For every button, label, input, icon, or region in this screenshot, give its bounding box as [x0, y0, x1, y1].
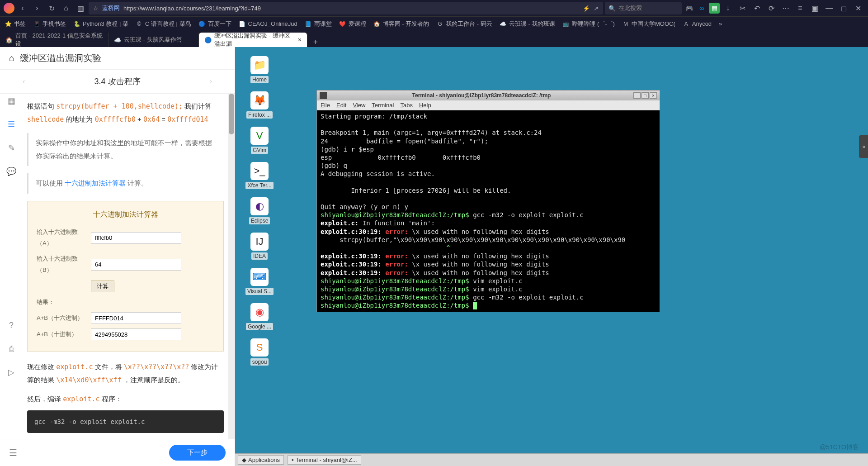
download-icon[interactable]: ↓ [722, 2, 734, 14]
desktop-icon[interactable]: VGVim [244, 127, 275, 154]
new-tab-button[interactable]: + [307, 38, 324, 47]
bookmark-label: Python3 教程 | 菜 [83, 20, 128, 28]
sidebar-toggle[interactable]: ▥ [74, 2, 87, 14]
tab[interactable]: ☁️云班课 - 头脑风暴作答 [108, 33, 199, 47]
app-icon: >_ [250, 162, 269, 180]
avatar[interactable] [4, 3, 14, 14]
bookmark-item[interactable]: 🐍Python3 教程 | 菜 [73, 20, 128, 28]
taskbar-terminal[interactable]: ▪ Terminal - shiyanl@iZ... [288, 455, 361, 465]
bookmark-item[interactable]: 📱手机书签 [33, 20, 66, 28]
terminal-titlebar[interactable]: Terminal - shiyanlou@iZbp1iyr83m78dteaac… [317, 90, 660, 100]
terminal-menu-item[interactable]: Tabs [400, 102, 412, 109]
save-icon[interactable]: ⎙ [6, 343, 17, 354]
ext-icon-2[interactable]: ∞ [696, 3, 707, 14]
bookmark-item[interactable]: 🔵百度一下 [198, 20, 231, 28]
share-icon[interactable]: ↗ [594, 5, 599, 12]
terminal-title: Terminal - shiyanlou@iZbp1iyr83m78dteaac… [330, 92, 633, 99]
url-bar[interactable]: ☆ 蓝桥网 https://www.lanqiao.cn/courses/231… [89, 2, 603, 14]
bookmark-icon: G [436, 20, 443, 28]
minimize-button[interactable]: — [823, 2, 835, 14]
desktop-icon[interactable]: 📁Home [244, 56, 275, 83]
prev-section-button[interactable]: ‹ [23, 77, 25, 86]
desktop-icon[interactable]: Ssogou [244, 338, 275, 366]
home-icon[interactable]: ⌂ [9, 53, 14, 63]
list-icon[interactable]: ☰ [6, 119, 17, 130]
ext-icon-1[interactable]: 🎮 [684, 3, 694, 14]
next-button[interactable]: 下一步 [169, 445, 226, 461]
toc-icon[interactable]: ☰ [9, 447, 17, 458]
bookmark-item[interactable]: G我的工作台 - 码云 [436, 20, 492, 28]
calc-label-a: 输入十六进制数（A） [37, 227, 86, 249]
bookmark-item[interactable]: ©C 语言教程 | 菜鸟 [136, 20, 191, 28]
desktop-icon[interactable]: ◐Eclipse [244, 197, 275, 224]
pencil-icon[interactable]: ✎ [6, 143, 17, 153]
bookmark-item[interactable]: 📄CEAOJ_OnlineJud [239, 20, 297, 28]
calc-input-b[interactable] [91, 259, 181, 271]
more-icon[interactable]: ⋯ [779, 2, 792, 14]
applications-menu[interactable]: ◆ Applications [238, 455, 284, 465]
home-button[interactable]: ⌂ [60, 2, 72, 14]
app-label: Eclipse [249, 217, 270, 224]
calc-output-hex[interactable] [91, 312, 181, 324]
code-block: gcc -m32 -o exploit exploit.c [27, 410, 224, 433]
bookmark-item[interactable]: ❤️爱课程 [339, 20, 366, 28]
content-area: ⌂ 缓冲区溢出漏洞实验 ‹ 3.4 攻击程序 › ▦ ☰ ✎ 💬 ? ⎙ ▷ 根… [0, 47, 868, 466]
remote-desktop[interactable]: 📁Home🦊Firefox ...VGVim>_Xfce Ter...◐Ecli… [235, 47, 868, 466]
terminal-menu-item[interactable]: File [321, 102, 330, 109]
desktop-icon[interactable]: ◉Google ... [244, 303, 275, 330]
next-section-button[interactable]: › [210, 77, 212, 86]
section-title: 3.4 攻击程序 [94, 76, 140, 87]
terminal-content[interactable]: Starting program: /tmp/stack Breakpoint … [317, 110, 660, 312]
terminal-menu-item[interactable]: Terminal [372, 102, 394, 109]
run-icon[interactable]: ▷ [6, 367, 17, 378]
calc-input-a[interactable] [91, 232, 181, 244]
forward-button[interactable]: › [31, 2, 43, 14]
bookmark-item[interactable]: 🏠博客园 - 开发者的 [373, 20, 429, 28]
maximize-button[interactable]: ◻ [837, 2, 850, 14]
scrollbar-thumb[interactable] [229, 94, 234, 134]
bookmarks-overflow[interactable]: » [719, 20, 722, 27]
reload-button[interactable]: ↻ [45, 2, 58, 14]
calc-output-dec[interactable] [91, 328, 181, 340]
scrollbar[interactable] [228, 94, 235, 439]
term-minimize-button[interactable]: _ [633, 92, 641, 99]
terminal-menu-item[interactable]: Edit [336, 102, 346, 109]
bookmark-item[interactable]: ⭐书签 [5, 20, 26, 28]
search-bar[interactable]: 🔍 在此搜索 [605, 2, 682, 14]
bookmark-label: CEAOJ_OnlineJud [248, 20, 297, 27]
tab[interactable]: 🏠首页 - 2021-2022-1 信息安全系统设 [0, 33, 108, 47]
term-close-button[interactable]: × [650, 92, 657, 99]
terminal-menu-item[interactable]: View [353, 102, 365, 109]
tab-close-button[interactable]: × [298, 36, 302, 43]
panel-collapse-handle[interactable]: « [859, 135, 868, 158]
calc-button[interactable]: 计算 [91, 281, 114, 292]
terminal-menu-item[interactable]: Help [419, 102, 431, 109]
bookmark-item[interactable]: M中国大学MOOC( [622, 20, 675, 28]
terminal-window[interactable]: Terminal - shiyanlou@iZbp1iyr83m78dteaac… [316, 90, 660, 312]
chat-icon[interactable]: 💬 [6, 166, 17, 177]
desktop-icon[interactable]: 🦊Firefox ... [244, 91, 275, 119]
recent-icon[interactable]: ⟳ [765, 2, 778, 14]
desktop-icon[interactable]: ⌨Visual S... [244, 268, 275, 295]
bolt-icon[interactable]: ⚡ [583, 5, 590, 12]
bookmark-item[interactable]: 📺哔哩哔哩 (゜-゜) [562, 20, 615, 28]
bookmark-item[interactable]: ☁️云班课 - 我的班课 [500, 20, 556, 28]
desktop-icon[interactable]: >_Xfce Ter... [244, 162, 275, 189]
bookmark-item[interactable]: AAnycod [683, 20, 712, 28]
devtools-icon[interactable]: ▣ [808, 2, 821, 14]
bookmark-label: 爱课程 [349, 20, 366, 28]
calc-link[interactable]: 十六进制加法计算器 [65, 179, 126, 187]
term-maximize-button[interactable]: □ [642, 92, 649, 99]
menu-icon[interactable]: ≡ [794, 2, 807, 14]
grid-icon[interactable]: ▦ [6, 95, 17, 106]
close-window-button[interactable]: ✕ [852, 2, 864, 14]
help-icon[interactable]: ? [6, 320, 17, 331]
ext-icon-3[interactable]: ▦ [709, 3, 720, 14]
undo-icon[interactable]: ↶ [750, 2, 763, 14]
app-icon: 🦊 [250, 91, 269, 109]
bookmark-item[interactable]: 📘雨课堂 [305, 20, 332, 28]
back-button[interactable]: ‹ [16, 2, 29, 14]
desktop-icon[interactable]: IJIDEA [244, 233, 275, 260]
tab[interactable]: 🔵缓冲区溢出漏洞实验 - 缓冲区溢出漏× [199, 33, 307, 47]
cut-icon[interactable]: ✂ [736, 2, 749, 14]
